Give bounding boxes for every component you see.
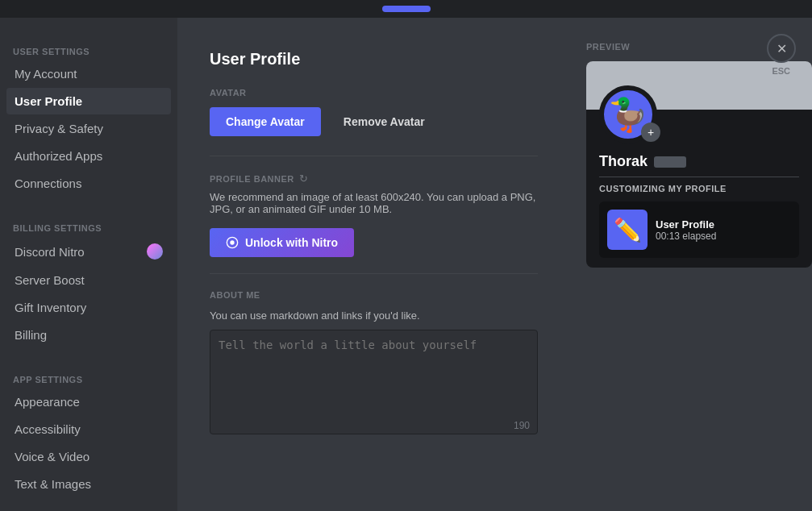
sidebar-item-my-account[interactable]: My Account — [6, 60, 171, 87]
add-avatar-button[interactable]: + — [641, 123, 660, 142]
top-bar — [0, 0, 812, 18]
main-layout: User Settings My Account User Profile Pr… — [0, 18, 812, 511]
sidebar-item-label: Connections — [15, 177, 81, 190]
sidebar-item-server-boost[interactable]: Server Boost — [6, 267, 171, 293]
banner-info-text: We recommend an image of at least 600x24… — [210, 191, 538, 215]
sidebar-item-privacy-safety[interactable]: Privacy & Safety — [6, 115, 171, 142]
nitro-icon — [147, 243, 163, 260]
sidebar-item-label: User Profile — [15, 94, 82, 108]
sidebar-item-label: Billing — [15, 328, 47, 342]
sidebar-item-appearance[interactable]: Appearance — [6, 388, 171, 415]
about-me-desc: You can use markdown and links if you'd … — [210, 310, 538, 322]
profile-card-avatar-area: 🦆 + — [586, 85, 812, 143]
sidebar-item-gift-inventory[interactable]: Gift Inventory — [6, 294, 171, 321]
profile-card: 🦆 + Thorak Customizing My Profile ✏ — [586, 61, 812, 268]
sidebar-item-connections[interactable]: Connections — [6, 170, 171, 197]
profile-banner-label: Profile Banner — [210, 174, 294, 184]
unlock-nitro-label: Unlock with Nitro — [245, 236, 338, 249]
divider-2 — [210, 273, 538, 274]
close-button[interactable]: ✕ — [767, 34, 796, 63]
about-me-label: About Me — [210, 290, 538, 300]
activity-thumb: ✏️ — [607, 210, 648, 250]
divider-1 — [210, 156, 538, 156]
svg-point-1 — [230, 240, 234, 244]
sidebar-item-label: Server Boost — [15, 273, 85, 287]
activity-time: 00:13 elapsed — [656, 231, 716, 242]
discriminator-mask — [654, 156, 686, 168]
profile-card-body: Thorak Customizing My Profile ✏️ User Pr… — [586, 143, 812, 268]
unlock-nitro-button[interactable]: Unlock with Nitro — [210, 228, 354, 257]
page-title: User Profile — [210, 50, 538, 69]
profile-username: Thorak — [599, 153, 799, 170]
sidebar-item-label: Appearance — [15, 395, 80, 409]
remove-avatar-button[interactable]: Remove Avatar — [327, 107, 441, 136]
sidebar-item-accessibility[interactable]: Accessibility — [6, 416, 171, 442]
about-me-textarea[interactable] — [210, 330, 538, 434]
sidebar-item-label: Discord Nitro — [15, 245, 85, 259]
sidebar-item-label: Authorized Apps — [15, 149, 102, 163]
content-area: User Profile Avatar Change Avatar Remove… — [177, 18, 812, 511]
activity-info: User Profile 00:13 elapsed — [656, 218, 716, 242]
main-content: User Profile Avatar Change Avatar Remove… — [177, 18, 570, 511]
profile-banner-label-row: Profile Banner ↻ — [210, 172, 538, 185]
sidebar: User Settings My Account User Profile Pr… — [0, 18, 177, 511]
esc-label: ESC — [772, 66, 790, 76]
sidebar-item-discord-nitro[interactable]: Discord Nitro — [6, 237, 171, 266]
sidebar-item-user-profile[interactable]: User Profile — [6, 88, 171, 114]
customizing-label: Customizing My Profile — [599, 184, 799, 193]
sidebar-item-authorized-apps[interactable]: Authorized Apps — [6, 143, 171, 169]
avatar-label: Avatar — [210, 88, 538, 98]
billing-settings-label: Billing Settings — [6, 217, 171, 236]
profile-divider — [599, 177, 799, 177]
sidebar-item-text-images[interactable]: Text & Images — [6, 471, 171, 497]
nitro-button-icon — [226, 236, 239, 249]
preview-label: Preview — [586, 42, 796, 52]
activity-card: ✏️ User Profile 00:13 elapsed — [599, 201, 799, 258]
char-count: 190 — [514, 420, 530, 431]
user-settings-label: User Settings — [6, 40, 171, 60]
avatar-buttons: Change Avatar Remove Avatar — [210, 107, 538, 136]
sidebar-item-label: Text & Images — [15, 477, 91, 491]
about-me-wrapper: 190 — [210, 330, 538, 438]
banner-icon: ↻ — [299, 172, 308, 185]
sidebar-item-billing[interactable]: Billing — [6, 322, 171, 348]
app-settings-label: App Settings — [6, 368, 171, 388]
change-avatar-button[interactable]: Change Avatar — [210, 107, 321, 136]
sidebar-item-label: Voice & Video — [15, 450, 90, 463]
sidebar-item-label: My Account — [15, 67, 77, 81]
preview-panel: Preview 🦆 + Thorak — [570, 18, 812, 511]
sidebar-item-voice-video[interactable]: Voice & Video — [6, 443, 171, 470]
close-icon: ✕ — [777, 41, 787, 56]
sidebar-item-label: Gift Inventory — [15, 301, 86, 314]
sidebar-item-label: Privacy & Safety — [15, 122, 103, 135]
sidebar-item-label: Accessibility — [15, 422, 81, 436]
activity-title: User Profile — [656, 218, 716, 231]
